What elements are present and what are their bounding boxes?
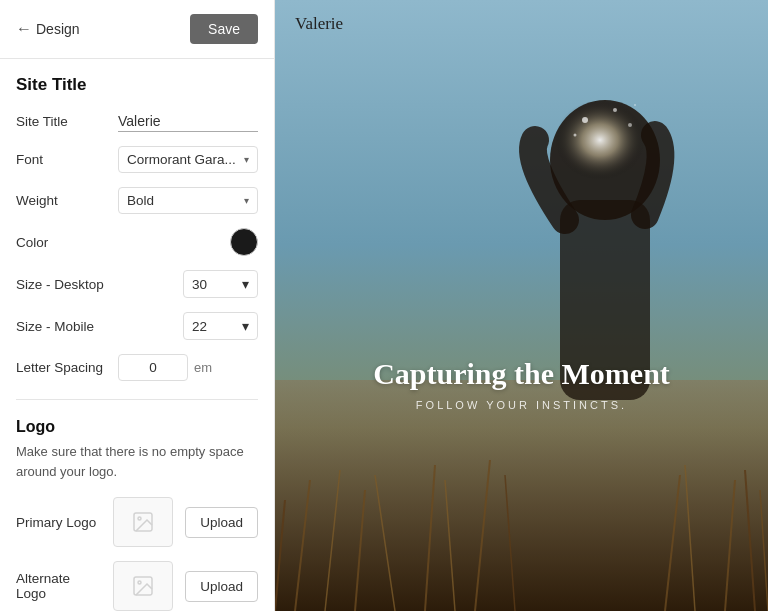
- letter-spacing-label: Letter Spacing: [16, 360, 103, 375]
- primary-upload-button[interactable]: Upload: [185, 507, 258, 538]
- section-divider: [16, 399, 258, 400]
- letter-spacing-row: Letter Spacing em: [16, 354, 258, 381]
- size-desktop-select[interactable]: 30 ▾: [183, 270, 258, 298]
- size-mobile-row: Size - Mobile 22 ▾: [16, 312, 258, 340]
- alternate-upload-button[interactable]: Upload: [185, 571, 258, 602]
- size-mobile-value: 22: [192, 319, 207, 334]
- back-link[interactable]: ← Design: [16, 20, 80, 38]
- font-value: Cormorant Gara...: [127, 152, 236, 167]
- site-title-section-heading: Site Title: [16, 75, 258, 95]
- preview-site-title: Valerie: [295, 14, 343, 34]
- font-label: Font: [16, 152, 96, 167]
- svg-point-3: [138, 581, 141, 584]
- site-title-label: Site Title: [16, 114, 96, 129]
- primary-logo-label: Primary Logo: [16, 515, 101, 530]
- back-arrow-icon: ←: [16, 20, 32, 38]
- weight-label: Weight: [16, 193, 96, 208]
- font-select[interactable]: Cormorant Gara... ▾: [118, 146, 258, 173]
- save-button[interactable]: Save: [190, 14, 258, 44]
- size-mobile-select[interactable]: 22 ▾: [183, 312, 258, 340]
- weight-select[interactable]: Bold ▾: [118, 187, 258, 214]
- logo-section-heading: Logo: [16, 418, 258, 436]
- chevron-down-icon: ▾: [244, 195, 249, 206]
- font-row: Font Cormorant Gara... ▾: [16, 146, 258, 173]
- svg-point-12: [574, 134, 577, 137]
- alternate-logo-row: Alternate Logo Upload: [16, 561, 258, 611]
- alternate-logo-label: Alternate Logo: [16, 571, 101, 601]
- hero-subtitle: FOLLOW YOUR INSTINCTS.: [352, 399, 692, 411]
- chevron-down-icon: ▾: [242, 318, 249, 334]
- size-desktop-row: Size - Desktop 30 ▾: [16, 270, 258, 298]
- weight-row: Weight Bold ▾: [16, 187, 258, 214]
- primary-logo-row: Primary Logo Upload: [16, 497, 258, 547]
- panel-content: Site Title Site Title Font Cormorant Gar…: [0, 59, 274, 611]
- svg-point-1: [138, 517, 141, 520]
- hero-text-container: Capturing the Moment FOLLOW YOUR INSTINC…: [352, 357, 692, 411]
- hero-title: Capturing the Moment: [352, 357, 692, 391]
- chevron-down-icon: ▾: [242, 276, 249, 292]
- color-label: Color: [16, 235, 96, 250]
- chevron-down-icon: ▾: [244, 154, 249, 165]
- site-title-row: Site Title: [16, 111, 258, 132]
- logo-description: Make sure that there is no empty space a…: [16, 442, 258, 481]
- svg-point-10: [613, 108, 617, 112]
- size-desktop-value: 30: [192, 277, 207, 292]
- letter-spacing-group: em: [118, 354, 258, 381]
- weight-value: Bold: [127, 193, 154, 208]
- svg-point-8: [555, 100, 645, 180]
- svg-point-9: [582, 117, 588, 123]
- color-picker[interactable]: [230, 228, 258, 256]
- left-panel: ← Design Save Site Title Site Title Font…: [0, 0, 275, 611]
- size-mobile-label: Size - Mobile: [16, 319, 96, 334]
- primary-logo-placeholder: [113, 497, 173, 547]
- alternate-logo-placeholder: [113, 561, 173, 611]
- letter-spacing-input[interactable]: [118, 354, 188, 381]
- back-label: Design: [36, 21, 80, 37]
- image-icon: [131, 574, 155, 598]
- svg-point-11: [628, 123, 632, 127]
- letter-spacing-unit: em: [194, 360, 212, 375]
- color-row: Color: [16, 228, 258, 256]
- svg-point-13: [634, 104, 636, 106]
- panel-header: ← Design Save: [0, 0, 274, 59]
- scene-illustration: [275, 0, 768, 611]
- preview-background: Valerie Capturing the Moment FOLLOW YOUR…: [275, 0, 768, 611]
- svg-rect-5: [275, 380, 768, 611]
- preview-panel: Valerie Capturing the Moment FOLLOW YOUR…: [275, 0, 768, 611]
- size-desktop-label: Size - Desktop: [16, 277, 104, 292]
- image-icon: [131, 510, 155, 534]
- site-title-input[interactable]: [118, 111, 258, 132]
